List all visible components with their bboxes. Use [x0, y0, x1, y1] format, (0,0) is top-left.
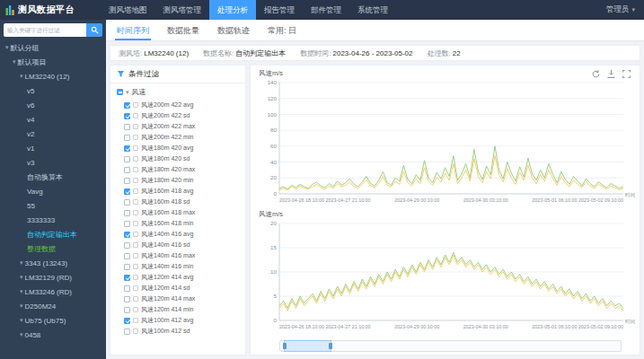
filter-row-12[interactable]: 风速140m 416 avg — [124, 229, 243, 240]
filter-row-14[interactable]: 风速140m 416 max — [124, 250, 243, 261]
tab-3[interactable]: 常用: 日 — [266, 20, 298, 40]
tree-item-8[interactable]: v3 — [0, 155, 106, 170]
checkbox[interactable] — [124, 167, 130, 173]
checkbox[interactable] — [124, 221, 130, 227]
info-item-0: 测风塔:LM32240 (12) — [119, 48, 189, 58]
checkbox[interactable] — [124, 242, 130, 249]
nav-item-0[interactable]: 测风塔地图 — [101, 0, 155, 20]
checkbox[interactable] — [124, 318, 130, 324]
filter-row-0[interactable]: 风速200m 422 avg — [124, 100, 243, 110]
chart-toolbar — [591, 69, 631, 79]
brush-window[interactable] — [284, 340, 331, 352]
checkbox[interactable] — [124, 135, 130, 141]
tree-item-20[interactable]: ▾0458 — [0, 328, 106, 342]
checkbox[interactable] — [124, 307, 130, 313]
tree-item-13[interactable]: 自动判定输出本 — [0, 227, 106, 241]
tree-item-17[interactable]: ▾LM33246 (RD) — [0, 285, 106, 299]
download-icon[interactable] — [606, 69, 616, 79]
refresh-icon[interactable] — [591, 69, 601, 79]
fullscreen-icon[interactable] — [622, 69, 631, 79]
search-input[interactable] — [4, 23, 86, 37]
filter-row-9[interactable]: 风速160m 418 sd — [124, 197, 243, 207]
filter-row-15[interactable]: 风速140m 416 min — [124, 261, 243, 272]
brush-right-handle[interactable] — [329, 343, 332, 349]
tree-item-5[interactable]: v4 — [0, 112, 106, 127]
tree-item-10[interactable]: Vavg — [0, 184, 106, 198]
filter-row-1[interactable]: 风速200m 422 sd — [124, 110, 243, 121]
chart1-canvas[interactable]: 0204060801001201402023-04-26 18:10:00202… — [256, 78, 636, 206]
tree-item-19[interactable]: ▾Ub75 (Ub75) — [0, 313, 106, 328]
tabbar: 时间序列数据批量数据轨迹常用: 日 — [106, 20, 644, 41]
filter-row-2[interactable]: 风速200m 422 max — [124, 121, 243, 132]
checkbox[interactable] — [124, 285, 130, 292]
checkbox[interactable] — [124, 328, 130, 335]
filter-row-19[interactable]: 风速120m 414 min — [124, 304, 243, 315]
data-zoom-slider[interactable] — [279, 340, 622, 352]
checkbox[interactable] — [124, 296, 130, 302]
checkbox[interactable] — [124, 102, 130, 109]
filter-row-5[interactable]: 风速180m 420 sd — [124, 153, 243, 164]
tree-item-1[interactable]: ▾默认项目 — [0, 55, 106, 69]
filter-row-17[interactable]: 风速120m 414 sd — [124, 283, 243, 293]
filter-header: 条件过滤 — [110, 66, 245, 83]
tree-item-0[interactable]: ▾默认分组 — [0, 40, 106, 55]
checkbox[interactable] — [124, 253, 130, 259]
tree-item-12[interactable]: 3333333 — [0, 213, 106, 227]
tree-item-15[interactable]: ▾3343 (13243) — [0, 256, 106, 270]
tab-1[interactable]: 数据批量 — [165, 20, 201, 40]
svg-text:10: 10 — [270, 268, 277, 275]
checkbox[interactable] — [124, 264, 130, 270]
checkbox[interactable] — [124, 199, 130, 206]
filter-row-10[interactable]: 风速160m 418 max — [124, 207, 243, 218]
nav-item-5[interactable]: 系统管理 — [349, 0, 396, 20]
user-menu[interactable]: 管理员 ▾ — [606, 4, 644, 15]
chart2-title: 风速m/s — [259, 210, 634, 219]
filter-row-3[interactable]: 风速200m 422 min — [124, 132, 243, 143]
tree-item-18[interactable]: ▾D250M24 — [0, 299, 106, 313]
tab-2[interactable]: 数据轨迹 — [216, 20, 251, 40]
nav-item-2[interactable]: 处理分析 — [209, 0, 256, 20]
filter-group-row[interactable]: ▾ 风速 — [110, 83, 245, 99]
filter-row-6[interactable]: 风速180m 420 max — [124, 164, 243, 175]
tree-item-3[interactable]: v5 — [0, 83, 106, 98]
caret-down-icon: ▾ — [20, 331, 23, 338]
tree-item-label: v2 — [27, 130, 34, 138]
tree-item-7[interactable]: v1 — [0, 141, 106, 155]
tree-item-6[interactable]: v2 — [0, 127, 106, 141]
filter-row-7[interactable]: 风速180m 420 min — [124, 175, 243, 186]
tab-0[interactable]: 时间序列 — [115, 20, 151, 40]
filter-row-20[interactable]: 风速100m 412 avg — [124, 315, 243, 326]
filter-row-16[interactable]: 风速120m 414 avg — [124, 272, 243, 283]
group-checkbox[interactable] — [117, 89, 123, 95]
filter-row-13[interactable]: 风速140m 416 sd — [124, 240, 243, 250]
brush-left-handle[interactable] — [283, 343, 287, 349]
tree-item-11[interactable]: 55 — [0, 198, 106, 213]
search-button[interactable] — [86, 23, 102, 37]
filter-row-21[interactable]: 风速100m 412 sd — [124, 326, 243, 337]
checkbox[interactable] — [124, 145, 130, 152]
checkbox[interactable] — [124, 210, 130, 216]
filter-row-18[interactable]: 风速120m 414 max — [124, 293, 243, 304]
chart2-canvas[interactable]: 051015202023-04-26 18:10:002023-04-27 21… — [256, 219, 636, 332]
checkbox[interactable] — [124, 188, 130, 195]
tree-item-16[interactable]: ▾LM32129 (RD) — [0, 270, 106, 285]
tree-item-2[interactable]: ▾LM32240 (12) — [0, 69, 106, 83]
tree-item-4[interactable]: v6 — [0, 98, 106, 112]
filter-row-4[interactable]: 风速180m 420 avg — [124, 143, 243, 153]
caret-down-icon[interactable]: ▾ — [126, 89, 129, 96]
filter-row-8[interactable]: 风速160m 418 avg — [124, 186, 243, 197]
checkbox[interactable] — [124, 178, 130, 184]
tree-item-14[interactable]: 整理数据 — [0, 241, 106, 256]
checkbox[interactable] — [124, 113, 130, 119]
tree-item-9[interactable]: 自动换算本 — [0, 170, 106, 184]
filter-group-label: 风速 — [132, 87, 146, 97]
checkbox[interactable] — [124, 275, 130, 281]
nav-item-4[interactable]: 部件管理 — [303, 0, 349, 20]
nav-item-3[interactable]: 报告管理 — [256, 0, 303, 20]
nav-item-1[interactable]: 测风塔管理 — [155, 0, 210, 20]
checkbox[interactable] — [124, 156, 130, 162]
checkbox[interactable] — [124, 232, 130, 238]
filter-card: 条件过滤 ▾ 风速 风速200m 422 avg风速200m 422 sd风速2… — [110, 65, 246, 355]
checkbox[interactable] — [124, 124, 130, 130]
filter-row-11[interactable]: 风速160m 418 min — [124, 218, 243, 229]
